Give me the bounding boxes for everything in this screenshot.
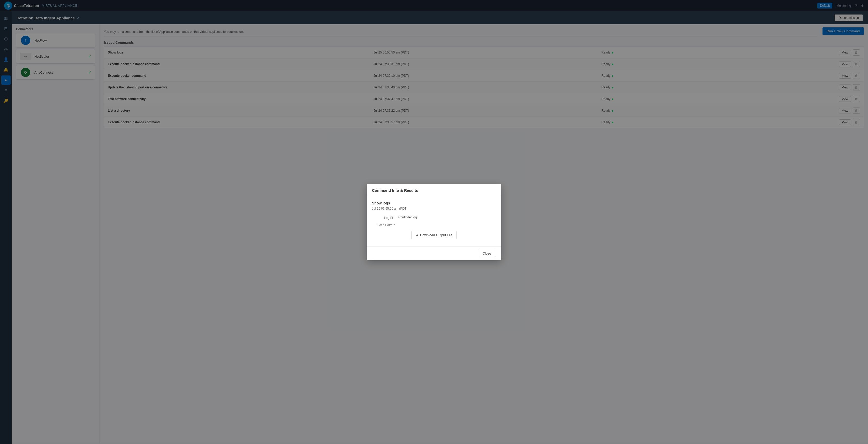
log-file-label: Log File [372, 216, 395, 220]
modal-timestamp: Jul 25 06:55:50 am (PDT) [372, 207, 496, 210]
download-icon: ⬇ [416, 233, 418, 237]
modal-grep-pattern-row: Grep Pattern [372, 223, 496, 227]
modal-body: Show logs Jul 25 06:55:50 am (PDT) Log F… [367, 196, 501, 246]
modal-header: Command Info & Results [367, 184, 501, 196]
log-file-value: Controller log [398, 216, 417, 219]
grep-pattern-label: Grep Pattern [372, 223, 395, 227]
modal-section-title: Show logs [372, 201, 496, 205]
download-label: Download Output File [420, 233, 452, 237]
download-output-button[interactable]: ⬇ Download Output File [411, 231, 457, 239]
modal-title: Command Info & Results [372, 188, 496, 193]
modal-footer: Close [367, 246, 501, 260]
close-button[interactable]: Close [478, 250, 496, 257]
modal-log-file-row: Log File Controller log [372, 216, 496, 220]
modal-overlay[interactable]: Command Info & Results Show logs Jul 25 … [0, 0, 868, 444]
modal: Command Info & Results Show logs Jul 25 … [367, 184, 501, 260]
